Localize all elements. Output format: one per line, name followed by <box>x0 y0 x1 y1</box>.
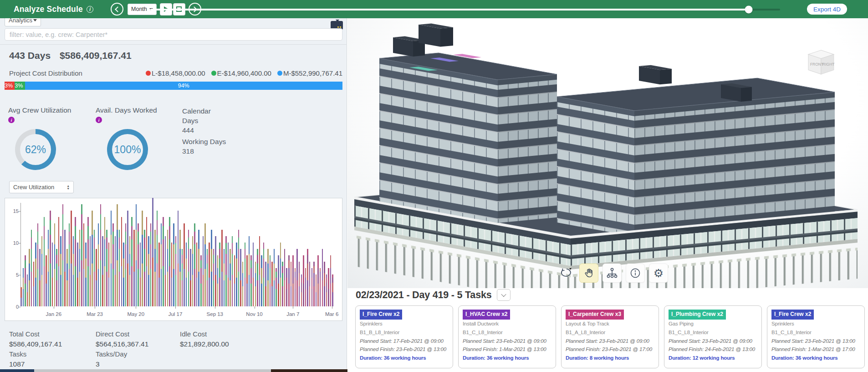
slider-fill <box>150 9 749 10</box>
task-cards-row: I_Fire Crew x2SprinklersB1_B_L8_Interior… <box>355 305 865 368</box>
metric-select-value: Crew Utilization <box>13 184 54 191</box>
calendar-stats: Calendar Days 444 Working Days 318 <box>182 106 226 156</box>
calendar-days-value: 444 <box>182 125 226 135</box>
task-start: Planned Start: 23-Feb-2021 @ 09:00 <box>463 337 551 346</box>
task-duration: Duration: 36 working hours <box>360 354 449 362</box>
stat-direct-cost: Direct Cost$564,516,367.41 <box>96 329 148 349</box>
slider-thumb[interactable] <box>745 6 752 14</box>
calendar-days-label-1: Calendar <box>182 106 226 116</box>
task-card[interactable]: I_Plumbing Crew x2Gas PipingB1_C_L8_Inte… <box>664 305 762 368</box>
page-title: Analyze Schedule <box>14 5 83 14</box>
crew-utilization-value: 62% <box>15 129 56 170</box>
distribution-segment-L: 3% <box>5 82 15 90</box>
days-worked-value: 100% <box>107 129 148 170</box>
prev-period-button[interactable] <box>111 3 123 16</box>
chevron-left-icon <box>115 6 121 12</box>
task-task: Sprinklers <box>771 320 860 328</box>
legend-item-L: L-$18,458,000.00 <box>146 69 205 77</box>
pan-icon[interactable] <box>579 264 598 283</box>
days-worked-donut: 100% <box>107 129 148 170</box>
distribution-segment-E: 3% <box>15 82 25 90</box>
y-tick-label: 15 <box>9 208 19 214</box>
legend-dot <box>211 71 216 76</box>
task-location: B1_C_L8_Interior <box>669 328 757 337</box>
task-location: B1_C_L8_Interior <box>771 328 860 337</box>
task-card[interactable]: I_HVAC Crew x2Install DuctworkB1_C_L8_In… <box>458 305 556 368</box>
working-days-value: 318 <box>182 146 226 156</box>
task-start: Planned Start: 17-Feb-2021 @ 09:00 <box>360 337 449 346</box>
task-crew: I_Carpenter Crew x3 <box>566 310 624 320</box>
timeline-slider[interactable] <box>150 5 780 13</box>
viewer-toolbar: ⚙ <box>556 264 668 283</box>
scrollbar-left-cap <box>0 369 34 372</box>
y-tick-label: 0 <box>9 304 19 310</box>
legend-item-M: M-$552,990,767.41 <box>277 69 342 77</box>
gauge-label-days-worked: Avail. Days Worked <box>96 106 157 114</box>
view-cube-front-label: FRONT <box>810 62 823 67</box>
task-finish: Planned Finish: 24-Feb-2021 @ 13:00 <box>669 345 757 354</box>
info-icon[interactable] <box>626 264 645 283</box>
distribution-segment-M: 94% <box>25 82 342 90</box>
task-task: Layout & Top Track <box>566 320 654 328</box>
task-crew: I_Plumbing Crew x2 <box>669 310 726 320</box>
task-location: B1_C_L8_Interior <box>463 328 551 337</box>
x-tick-label: Jul 17 <box>168 311 183 317</box>
info-icon[interactable]: i <box>8 117 15 123</box>
scrollbar-thumb[interactable] <box>34 369 271 372</box>
x-tick-label: Nov 10 <box>246 311 262 317</box>
rooftop-unit <box>393 24 453 57</box>
info-icon[interactable]: i <box>96 117 102 123</box>
task-duration: Duration: 36 working hours <box>771 354 860 362</box>
task-location: B1_B_L8_Interior <box>360 328 449 337</box>
task-duration: Duration: 12 working hours <box>669 354 757 362</box>
task-start: Planned Start: 23-Feb-2021 @ 13:00 <box>771 337 860 346</box>
task-task: Sprinklers <box>360 320 449 328</box>
stat-tasks-day: Tasks/Day3 <box>96 349 127 369</box>
orbit-icon[interactable] <box>556 264 575 283</box>
model-tree-icon[interactable] <box>602 264 622 283</box>
period-select-value: Month <box>131 6 147 12</box>
export-4d-button[interactable]: Export 4D <box>807 4 847 15</box>
caret-down-icon <box>33 19 37 21</box>
viewer-region: FRONT RIGHT <box>347 18 868 372</box>
bim-model: FRONT RIGHT <box>347 18 868 288</box>
summary-total: $586,409,167.41 <box>60 50 132 61</box>
task-location: B1_A_L8_Interior <box>566 328 654 337</box>
legend-dot <box>146 71 151 76</box>
tasks-day-header: 02/23/2021 - Day 419 - 5 Tasks <box>356 289 491 301</box>
x-tick-label: Mar 23 <box>87 311 103 317</box>
stat-idle-cost: Idle Cost$21,892,800.00 <box>180 329 229 349</box>
task-task: Gas Piping <box>669 320 757 328</box>
y-tick-label: 5 <box>9 272 19 278</box>
tasks-collapse-button[interactable] <box>497 289 511 301</box>
filter-input[interactable] <box>5 28 342 41</box>
task-crew: I_Fire Crew x2 <box>771 310 814 320</box>
task-finish: Planned Finish: 1-Mar-2021 @ 13:00 <box>463 345 551 354</box>
legend-dot <box>277 71 282 76</box>
task-card[interactable]: I_Carpenter Crew x3Layout & Top TrackB1_… <box>561 305 659 368</box>
settings-gear-icon[interactable]: ⚙ <box>649 264 668 283</box>
updown-icon: ▲▼ <box>67 185 70 190</box>
task-finish: Planned Finish: 23-Feb-2021 @ 13:00 <box>360 345 449 354</box>
bim-3d-view[interactable]: FRONT RIGHT <box>347 18 868 288</box>
analytics-panel: Analytics 443 Days $586,409,167.41 Proje… <box>0 0 347 372</box>
cost-distribution-bar: 3%3%94% <box>5 82 342 90</box>
task-start: Planned Start: 23-Feb-2021 @ 09:00 <box>669 337 757 346</box>
cost-distribution-legend: L-$18,458,000.00E-$14,960,400.00M-$552,9… <box>146 69 342 77</box>
chart-bars <box>20 197 334 306</box>
summary-days: 443 Days <box>9 50 51 61</box>
x-tick-label: Sep 13 <box>207 311 223 317</box>
info-icon[interactable]: i <box>87 6 93 13</box>
chevron-down-icon <box>501 292 506 297</box>
task-crew: I_HVAC Crew x2 <box>463 310 510 320</box>
x-tick-label: Jan 7 <box>286 311 299 317</box>
metric-select[interactable]: Crew Utilization ▲▼ <box>9 181 74 193</box>
task-start: Planned Start: 23-Feb-2021 @ 09:00 <box>566 337 654 346</box>
calendar-days-label-2: Days <box>182 116 226 125</box>
x-tick-label: Jan 26 <box>46 311 62 317</box>
view-cube-right-label: RIGHT <box>822 62 835 67</box>
task-card[interactable]: I_Fire Crew x2SprinklersB1_B_L8_Interior… <box>355 305 453 368</box>
cost-distribution-row: Project Cost Distribution L-$18,458,000.… <box>9 69 342 77</box>
task-card[interactable]: I_Fire Crew x2SprinklersB1_C_L8_Interior… <box>767 305 865 368</box>
gauge-label-crew-utilization: Avg Crew Utilization <box>8 106 71 114</box>
